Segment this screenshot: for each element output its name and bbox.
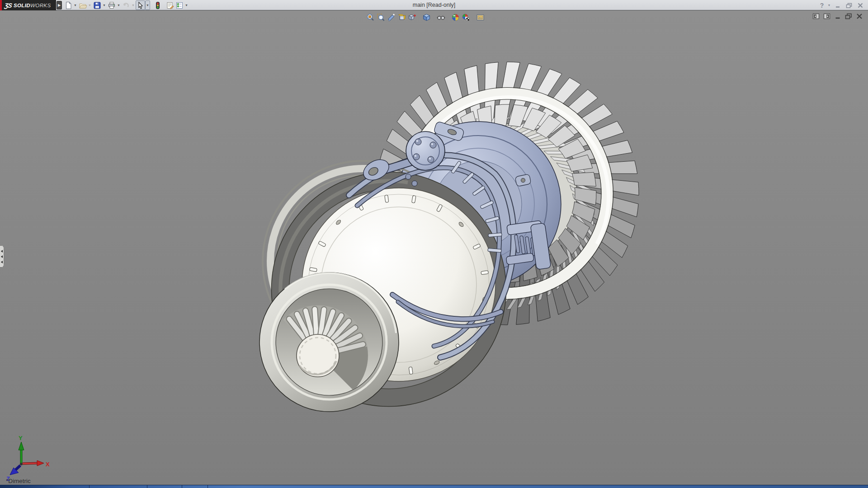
new-document-dropdown[interactable]: ▼ [73,0,78,10]
close-icon [857,3,863,8]
options-checklist-icon [175,1,184,9]
help-button[interactable]: ? [818,1,826,9]
print-dropdown[interactable]: ▼ [116,0,121,10]
undo-dropdown[interactable]: ▼ [131,0,136,10]
title-bar: ƷS SOLIDWORKS ▶ ▼ ▼ [0,0,868,10]
options-dropdown[interactable]: ▼ [184,0,189,10]
minimize-icon [835,3,841,8]
options-button[interactable] [175,0,184,10]
save-button[interactable] [92,0,102,10]
undo-icon [122,1,130,9]
brand-red-accent [0,0,2,10]
orientation-triad: Y X Z [0,425,59,481]
triad-x-label: X [46,461,50,468]
status-separator [208,485,208,488]
open-dropdown[interactable]: ▼ [87,0,92,10]
traffic-light-icon [154,1,162,9]
print-button[interactable] [107,0,116,10]
rebuild-button[interactable] [153,0,162,10]
new-document-button[interactable] [63,0,73,10]
save-floppy-icon [93,1,101,9]
standard-toolbar: ▼ ▼ ▼ [63,0,189,10]
open-folder-icon [79,1,87,9]
select-tool-button[interactable] [136,0,145,10]
file-properties-button[interactable] [165,0,175,10]
brand-name-works: WORKS [30,3,51,8]
save-dropdown[interactable]: ▼ [102,0,107,10]
menu-expand-arrow[interactable]: ▶ [57,1,62,9]
restore-button[interactable] [844,1,854,9]
view-orientation-label: *Dimetric [6,478,31,484]
close-button[interactable] [855,1,865,9]
undo-button[interactable] [121,0,131,10]
solidworks-window: ƷS SOLIDWORKS ▶ ▼ ▼ [0,0,868,488]
brand-name-solid: SOLID [14,3,30,8]
status-separator [89,485,90,488]
dassault-logo-glyph: ƷS [4,2,12,9]
new-document-icon [64,1,72,9]
status-bar[interactable] [0,485,868,488]
solidworks-logo: ƷS SOLIDWORKS [0,0,56,10]
status-separator [147,485,147,488]
help-dropdown[interactable]: ▼ [827,1,831,9]
select-tool-dropdown[interactable]: ▼ [145,0,150,10]
open-button[interactable] [78,0,87,10]
engine-3d-model [0,11,868,485]
minimize-button[interactable] [833,1,843,9]
status-separator [182,485,182,488]
restore-icon [846,3,852,8]
triad-y-label: Y [19,435,23,441]
file-properties-icon [166,1,174,9]
select-cursor-icon [137,1,145,9]
inlet-bell [259,272,399,412]
window-controls: ? ▼ [818,0,865,10]
print-icon [108,1,116,9]
graphics-viewport[interactable]: Y X Z *Dimetric [0,11,868,485]
